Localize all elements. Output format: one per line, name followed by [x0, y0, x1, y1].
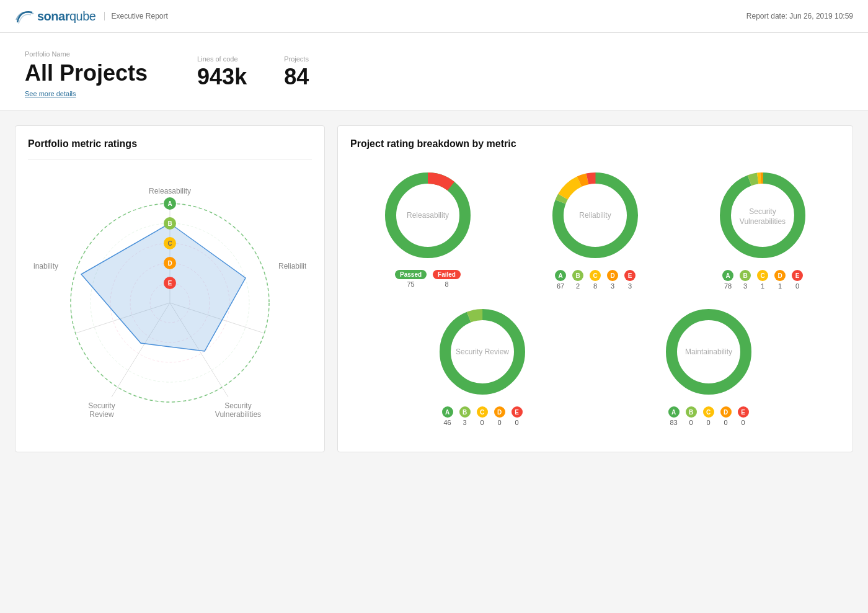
svg-text:Releasability: Releasability [407, 211, 449, 220]
sr-grade-b-badge: B [459, 406, 471, 418]
grade-e-badge: E [624, 270, 636, 281]
svg-text:E: E [168, 280, 172, 287]
sv-grade-d-badge: D [774, 270, 786, 281]
svg-text:D: D [167, 260, 172, 267]
ma-grade-e-badge: E [738, 406, 749, 418]
maintainability-donut: Maintainability A 83 B 0 C 0 [601, 302, 815, 426]
svg-text:B: B [167, 220, 172, 227]
portfolio-label: Portfolio Name [25, 50, 148, 58]
sv-grade-a-badge: A [722, 270, 733, 281]
secreview-legend: A 46 B 3 C 0 D 0 [442, 406, 523, 426]
radar-card-title: Portfolio metric ratings [28, 138, 312, 150]
svg-text:Vulnerabilities: Vulnerabilities [740, 217, 786, 226]
svg-text:Security: Security [749, 207, 776, 216]
main-content: Portfolio metric ratings [0, 110, 868, 467]
sv-grade-b-badge: B [740, 270, 751, 281]
legend-d-reliability: D 3 [607, 270, 618, 290]
loc-value: 943k [197, 64, 247, 90]
portfolio-info: Portfolio Name All Projects See more det… [25, 50, 148, 97]
passed-badge: Passed [395, 270, 427, 279]
sr-grade-a-badge: A [442, 406, 453, 418]
failed-badge: Failed [433, 270, 461, 279]
radar-chart: A B C D E Releasability Reliability Secu… [33, 166, 306, 439]
loc-label: Lines of code [197, 55, 247, 63]
donuts-top-row: Releasability Passed 75 Failed 8 [350, 159, 840, 296]
projects-label: Projects [284, 55, 309, 63]
ma-grade-c-badge: C [703, 406, 714, 418]
maintainability-legend: A 83 B 0 C 0 D 0 [668, 406, 749, 426]
svg-text:Maintainability: Maintainability [684, 347, 732, 356]
releasability-donut: Releasability Passed 75 Failed 8 [350, 166, 505, 290]
logo-text: sonarqube [37, 9, 95, 24]
legend-e-reliability: E 3 [624, 270, 636, 290]
svg-text:Review: Review [89, 410, 114, 419]
svg-text:A: A [167, 200, 172, 207]
passed-count: 75 [407, 280, 414, 288]
stats-row: Lines of code 943k Projects 84 [197, 55, 309, 90]
breakdown-card: Project rating breakdown by metric Relea… [337, 125, 853, 452]
sv-grade-e-badge: E [792, 270, 803, 281]
legend-a-reliability: A 67 [555, 270, 566, 290]
sonarqube-logo: sonarqube [15, 7, 95, 25]
svg-marker-11 [81, 223, 246, 351]
svg-text:Reliability: Reliability [579, 211, 611, 220]
svg-text:Security Review: Security Review [455, 347, 508, 356]
svg-text:Releasability: Releasability [149, 187, 191, 195]
ma-grade-a-badge: A [668, 406, 680, 418]
summary-section: Portfolio Name All Projects See more det… [0, 33, 868, 110]
ma-grade-d-badge: D [720, 406, 732, 418]
report-type-label: Executive Report [104, 12, 167, 20]
legend-failed: Failed 8 [433, 270, 461, 288]
logo-icon [15, 7, 35, 25]
see-more-link[interactable]: See more details [25, 90, 148, 97]
portfolio-title: All Projects [25, 60, 148, 86]
svg-text:Reliability: Reliability [278, 262, 306, 271]
grade-c-badge: C [590, 270, 601, 281]
sr-grade-e-badge: E [512, 406, 523, 418]
logo-area: sonarqube Executive Report [15, 7, 168, 25]
radar-card: Portfolio metric ratings [15, 125, 325, 452]
sv-grade-c-badge: C [757, 270, 768, 281]
svg-text:Vulnerabilities: Vulnerabilities [215, 410, 261, 419]
security-vulnerabilities-donut: Security Vulnerabilities A 78 B 3 C 1 [685, 166, 840, 290]
grade-a-badge: A [555, 270, 566, 281]
legend-passed: Passed 75 [395, 270, 427, 288]
grade-d-badge: D [607, 270, 618, 281]
svg-text:Security: Security [224, 401, 251, 410]
donuts-bottom-row: Security Review A 46 B 3 C 0 [350, 296, 840, 432]
sr-grade-d-badge: D [494, 406, 505, 418]
grade-b-badge: B [572, 270, 583, 281]
header: sonarqube Executive Report Report date: … [0, 0, 868, 33]
report-date: Report date: Jun 26, 2019 10:59 [746, 12, 853, 20]
svg-text:C: C [167, 240, 172, 247]
ma-grade-b-badge: B [686, 406, 697, 418]
legend-c-reliability: C 8 [590, 270, 601, 290]
failed-count: 8 [445, 280, 448, 288]
reliability-donut: Reliability A 67 B 2 C 8 [518, 166, 673, 290]
projects-value: 84 [284, 64, 309, 90]
legend-b-reliability: B 2 [572, 270, 583, 290]
sr-grade-c-badge: C [477, 406, 488, 418]
lines-of-code-stat: Lines of code 943k [197, 55, 247, 90]
projects-stat: Projects 84 [284, 55, 309, 90]
svg-text:Maintainability: Maintainability [33, 262, 58, 271]
security-review-donut: Security Review A 46 B 3 C 0 [375, 302, 589, 426]
reliability-legend: A 67 B 2 C 8 D 3 [555, 270, 636, 290]
releasability-legend: Passed 75 Failed 8 [395, 270, 461, 288]
breakdown-card-title: Project rating breakdown by metric [350, 138, 840, 150]
svg-text:Security: Security [88, 401, 115, 410]
secvuln-legend: A 78 B 3 C 1 D 1 [722, 270, 803, 290]
